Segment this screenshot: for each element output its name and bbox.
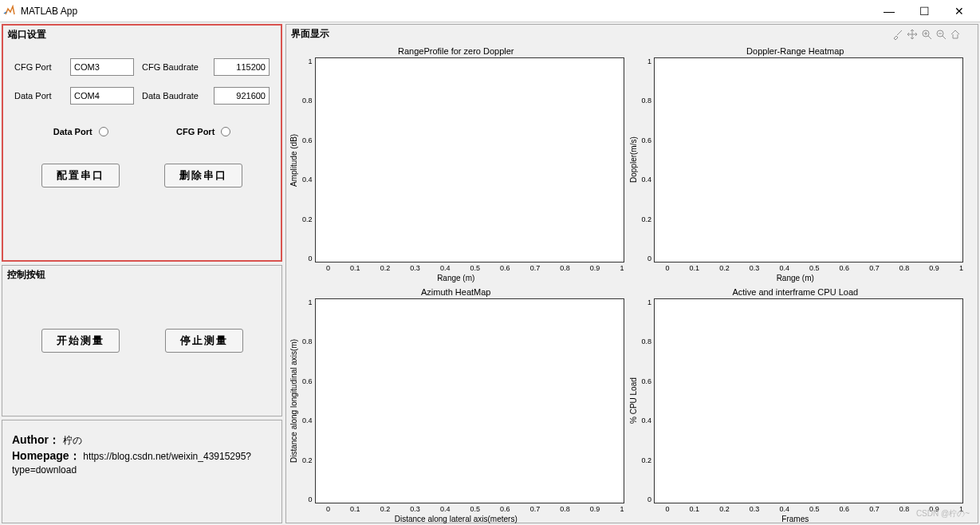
chart-yticks: 10.80.60.40.20: [640, 298, 655, 503]
titlebar: MATLAB App — ☐ ✕: [0, 0, 980, 22]
port-settings-panel: 端口设置 CFG Port CFG Baudrate Data Port Dat…: [2, 24, 282, 262]
minimize-button[interactable]: —: [872, 0, 907, 22]
stop-measure-button[interactable]: 停止测量: [165, 329, 243, 353]
chart-ylabel: Amplitude (dB): [288, 57, 300, 262]
author-label: Author：: [12, 433, 60, 446]
config-port-button[interactable]: 配置串口: [41, 164, 120, 188]
chart-xticks: 00.10.20.30.40.50.60.70.80.91: [326, 503, 624, 515]
data-baud-label: Data Baudrate: [142, 91, 206, 101]
chart-title: Azimuth HeatMap: [288, 286, 624, 298]
delete-port-button[interactable]: 删除串口: [164, 164, 242, 188]
matlab-icon: [3, 5, 16, 18]
maximize-button[interactable]: ☐: [907, 0, 942, 22]
home-icon[interactable]: [949, 28, 962, 41]
chart-xlabel: Frames: [628, 515, 964, 523]
chart-plot-area[interactable]: [654, 57, 963, 262]
data-port-radio[interactable]: [99, 127, 108, 136]
cfg-baud-label: CFG Baudrate: [142, 62, 206, 72]
watermark: CSDN @柠の~: [916, 508, 970, 519]
port-panel-title: 端口设置: [3, 26, 281, 44]
info-panel: Author： 柠の Homepage： https://blog.csdn.n…: [2, 420, 282, 523]
data-port-radio-label[interactable]: Data Port: [53, 127, 108, 136]
chart-yticks: 10.80.60.40.20: [640, 57, 655, 262]
zoom-in-icon[interactable]: [920, 28, 933, 41]
chart-xlabel: Range (m): [288, 274, 624, 282]
chart-title: RangeProfile for zero Doppler: [288, 45, 624, 57]
chart-yticks: 10.80.60.40.20: [300, 298, 315, 503]
chart-xlabel: Range (m): [628, 274, 964, 282]
radio-label: Data Port: [53, 127, 92, 136]
chart-3: Active and interframe CPU Load% CPU Load…: [628, 286, 964, 523]
chart-title: Doppler-Range Heatmap: [628, 45, 964, 57]
chart-plot-area[interactable]: [315, 298, 624, 503]
data-port-label: Data Port: [14, 91, 62, 101]
homepage-label: Homepage：: [12, 449, 81, 462]
author-value: 柠の: [63, 435, 82, 446]
chart-ylabel: Distance along longitudinal axis(m): [288, 298, 300, 503]
cfg-baud-input[interactable]: [214, 58, 270, 76]
chart-xlabel: Distance along lateral axis(meters): [288, 515, 624, 523]
display-panel: 界面显示 RangeProfile for zero DopplerAmplit…: [285, 24, 978, 523]
cfg-port-radio[interactable]: [221, 127, 230, 136]
radio-label: CFG Port: [176, 127, 214, 136]
chart-yticks: 10.80.60.40.20: [300, 57, 315, 262]
chart-plot-area[interactable]: [315, 57, 624, 262]
ctrl-panel-title: 控制按钮: [2, 266, 281, 284]
window-title: MATLAB App: [21, 6, 872, 17]
data-baud-input[interactable]: [214, 87, 270, 105]
axes-toolbar: [891, 28, 962, 41]
chart-title: Active and interframe CPU Load: [628, 286, 964, 298]
chart-1: Doppler-Range HeatmapDoppler(m/s)10.80.6…: [628, 45, 964, 282]
chart-xticks: 00.10.20.30.40.50.60.70.80.91: [666, 262, 964, 274]
chart-xticks: 00.10.20.30.40.50.60.70.80.91: [326, 262, 624, 274]
chart-plot-area[interactable]: [654, 298, 963, 503]
pan-icon[interactable]: [906, 28, 919, 41]
brush-icon[interactable]: [891, 28, 904, 41]
close-button[interactable]: ✕: [942, 0, 977, 22]
cfg-port-radio-label[interactable]: CFG Port: [176, 127, 230, 136]
chart-0: RangeProfile for zero DopplerAmplitude (…: [288, 45, 624, 282]
display-panel-title: 界面显示: [286, 25, 978, 43]
chart-ylabel: % CPU Load: [628, 298, 640, 503]
zoom-out-icon[interactable]: [935, 28, 947, 41]
control-panel: 控制按钮 开始测量 停止测量: [2, 265, 282, 416]
data-port-input[interactable]: [70, 87, 134, 105]
cfg-port-input[interactable]: [70, 58, 134, 76]
cfg-port-label: CFG Port: [14, 62, 62, 72]
chart-ylabel: Doppler(m/s): [628, 57, 640, 262]
chart-2: Azimuth HeatMapDistance along longitudin…: [288, 286, 624, 523]
start-measure-button[interactable]: 开始测量: [41, 329, 120, 353]
